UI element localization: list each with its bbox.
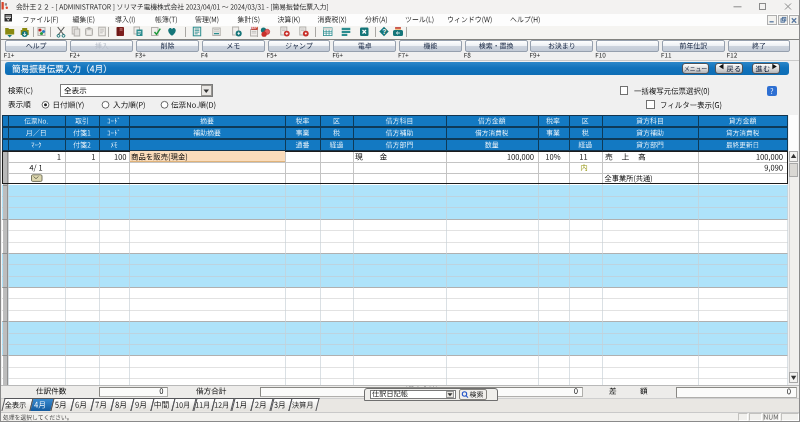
svg-text:?: ? bbox=[382, 28, 386, 35]
svg-text:EXP: EXP bbox=[252, 26, 258, 30]
